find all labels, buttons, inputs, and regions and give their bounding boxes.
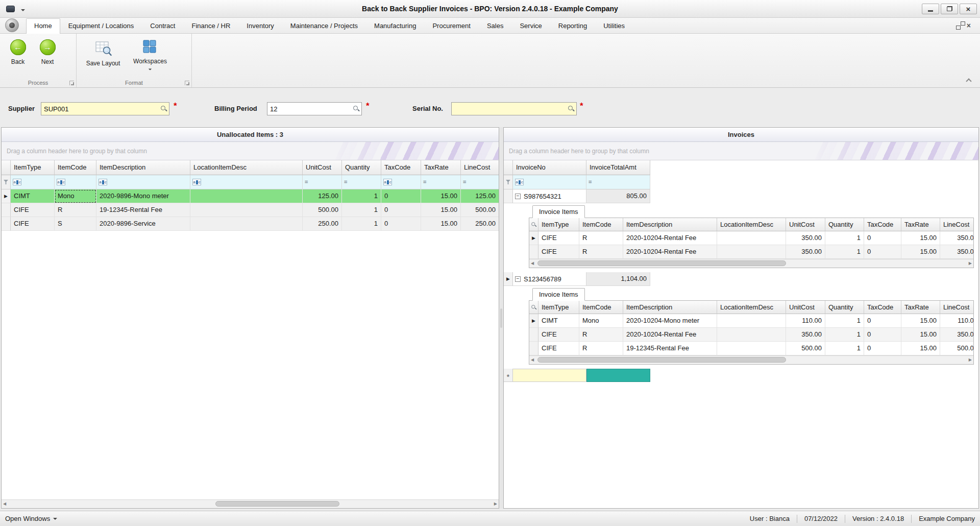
cell-itemcode[interactable]: S	[55, 217, 96, 231]
cell-itemdescription[interactable]: 2020-10204-Rental Fee	[623, 231, 717, 245]
cell-linecost[interactable]: 350.00	[940, 328, 974, 342]
invoice-items-tab[interactable]: Invoice Items	[532, 205, 585, 218]
cell-unitcost[interactable]: 500.00	[303, 203, 342, 217]
left-grid-hscrollbar[interactable]: ◀ ▶	[2, 499, 499, 508]
cell-itemcode[interactable]: Mono	[55, 189, 96, 203]
cell-taxrate[interactable]: 15.00	[421, 203, 461, 217]
back-button[interactable]: ← Back	[4, 38, 32, 78]
cell-taxrate[interactable]: 15.00	[901, 342, 940, 355]
tab-reporting[interactable]: Reporting	[550, 18, 595, 33]
minimize-button[interactable]	[922, 4, 939, 14]
cell-quantity[interactable]: 1	[825, 342, 864, 355]
nested-grid-hscrollbar[interactable]: ◀▶	[529, 259, 973, 268]
cell-unitcost[interactable]: 500.00	[786, 342, 825, 355]
filter-cell-linecost[interactable]: =	[461, 175, 499, 189]
next-button[interactable]: → Next	[34, 38, 61, 78]
cell-taxrate[interactable]: 15.00	[901, 314, 940, 328]
cell-quantity[interactable]: 1	[342, 217, 381, 231]
invoice-item-row[interactable]: ▶CIFER2020-10204-Rental Fee350.001015.00…	[529, 231, 974, 245]
filter-cell-quantity[interactable]: =	[342, 175, 381, 189]
cell-itemdescription[interactable]: 19-12345-Rental Fee	[96, 203, 190, 217]
scroll-left-icon[interactable]: ◀	[3, 502, 6, 506]
serial-no-field[interactable]	[451, 102, 577, 115]
cell-invoiceno[interactable]: −S987654321	[513, 189, 586, 203]
column-header-taxrate[interactable]: TaxRate	[901, 218, 940, 231]
column-header-itemdescription[interactable]: ItemDescription	[623, 301, 717, 314]
tab-utilities[interactable]: Utilities	[595, 18, 633, 33]
column-header-taxcode[interactable]: TaxCode	[864, 218, 901, 231]
cell-taxrate[interactable]: 15.00	[901, 231, 940, 245]
column-header-quantity[interactable]: Quantity	[825, 301, 864, 314]
cell-itemtype[interactable]: CIFE	[538, 231, 579, 245]
quick-access-caret-icon[interactable]	[21, 5, 25, 13]
scroll-left-icon[interactable]: ◀	[531, 358, 534, 362]
cell-itemcode[interactable]: R	[579, 231, 623, 245]
cell-taxcode[interactable]: 0	[381, 189, 421, 203]
tab-finance-hr[interactable]: Finance / HR	[183, 18, 238, 33]
open-windows-button[interactable]: Open Windows	[5, 515, 57, 522]
cell-quantity[interactable]: 1	[825, 245, 864, 259]
collapse-row-icon[interactable]: −	[515, 194, 521, 199]
supplier-lookup-icon[interactable]	[160, 105, 167, 112]
cell-unitcost[interactable]: 350.00	[786, 231, 825, 245]
invoice-master-row[interactable]: −S987654321805.00	[504, 189, 650, 203]
cell-linecost[interactable]: 500.00	[461, 203, 499, 217]
nested-grid-hscrollbar[interactable]: ◀▶	[529, 355, 973, 364]
billing-period-input[interactable]	[269, 105, 353, 113]
scrollbar-thumb[interactable]	[215, 501, 340, 507]
cell-itemtype[interactable]: CIFE	[538, 328, 579, 342]
filter-cell-taxrate[interactable]: =	[421, 175, 461, 189]
column-header-itemdescription[interactable]: ItemDescription	[623, 218, 717, 231]
cell-taxcode[interactable]: 0	[864, 328, 901, 342]
serial-no-input[interactable]	[453, 105, 568, 113]
save-layout-button[interactable]: Save Layout	[81, 38, 126, 78]
cell-unitcost[interactable]: 250.00	[303, 217, 342, 231]
column-header-quantity[interactable]: Quantity	[342, 160, 381, 175]
cell-locationitemdesc[interactable]	[717, 314, 786, 328]
cell-itemtype[interactable]: CIMT	[538, 314, 579, 328]
cell-invoicetotalamt[interactable]: 805.00	[586, 189, 650, 203]
column-header-itemcode[interactable]: ItemCode	[579, 301, 623, 314]
column-header-itemdescription[interactable]: ItemDescription	[96, 160, 190, 175]
cell-locationitemdesc[interactable]	[190, 217, 303, 231]
cell-itemtype[interactable]: CIMT	[11, 189, 55, 203]
column-header-locationitemdesc[interactable]: LocationItemDesc	[190, 160, 303, 175]
tab-maintenance-projects[interactable]: Maintenance / Projects	[282, 18, 366, 33]
cell-itemcode[interactable]: R	[579, 328, 623, 342]
column-header-itemcode[interactable]: ItemCode	[579, 218, 623, 231]
column-header-unitcost[interactable]: UnitCost	[786, 218, 825, 231]
cell-taxcode[interactable]: 0	[864, 245, 901, 259]
tab-inventory[interactable]: Inventory	[238, 18, 282, 33]
supplier-input[interactable]	[43, 105, 160, 113]
cell-taxcode[interactable]: 0	[381, 217, 421, 231]
column-header-unitcost[interactable]: UnitCost	[786, 301, 825, 314]
cell-itemtype[interactable]: CIFE	[11, 203, 55, 217]
tab-sales[interactable]: Sales	[479, 18, 512, 33]
cell-quantity[interactable]: 1	[342, 189, 381, 203]
filter-cell-invoicetotalamt[interactable]: =	[586, 175, 650, 189]
cell-itemtype[interactable]: CIFE	[11, 217, 55, 231]
cell-linecost[interactable]: 125.00	[461, 189, 499, 203]
scrollbar-thumb[interactable]	[537, 357, 786, 363]
workspaces-button[interactable]: Workspaces	[128, 38, 173, 78]
column-header-quantity[interactable]: Quantity	[825, 218, 864, 231]
filter-cell-taxcode[interactable]: ac	[381, 175, 421, 189]
tab-equipment-locations[interactable]: Equipment / Locations	[60, 18, 142, 33]
collapse-row-icon[interactable]: −	[515, 276, 521, 282]
scroll-right-icon[interactable]: ▶	[969, 261, 972, 266]
cell-itemtype[interactable]: CIFE	[538, 342, 579, 355]
tab-service[interactable]: Service	[511, 18, 550, 33]
collapse-ribbon-button[interactable]	[965, 77, 973, 83]
panel-splitter[interactable]	[499, 127, 503, 509]
cell-quantity[interactable]: 1	[825, 328, 864, 342]
filter-cell-invoiceno[interactable]: ac	[513, 175, 586, 189]
tab-manufacturing[interactable]: Manufacturing	[366, 18, 424, 33]
column-header-itemcode[interactable]: ItemCode	[55, 160, 96, 175]
column-header-invoiceno[interactable]: InvoiceNo	[513, 160, 586, 175]
column-header-taxrate[interactable]: TaxRate	[901, 301, 940, 314]
cell-quantity[interactable]: 1	[825, 314, 864, 328]
cell-locationitemdesc[interactable]	[717, 231, 786, 245]
cell-locationitemdesc[interactable]	[717, 245, 786, 259]
cell-itemcode[interactable]: R	[579, 245, 623, 259]
cell-quantity[interactable]: 1	[342, 203, 381, 217]
